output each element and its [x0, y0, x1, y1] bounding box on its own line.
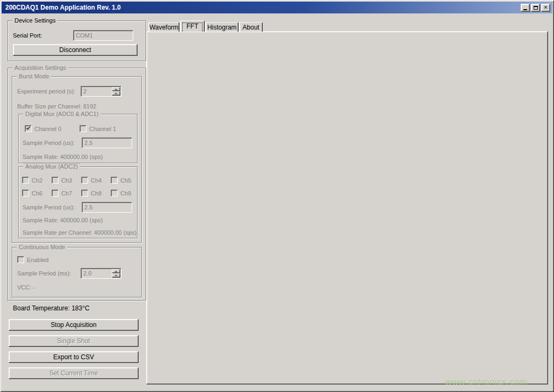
digital-sample-rate-text: Sample Rate: 400000.00 (sps)	[23, 154, 103, 160]
disconnect-button-label: Disconnect	[59, 46, 91, 54]
window-controls: ✕	[521, 4, 550, 12]
channel1-checkbox[interactable]: Channel 1	[80, 125, 116, 132]
minimize-button[interactable]	[521, 4, 530, 12]
tab-waveform[interactable]: Waveform	[148, 22, 179, 32]
ch2-label: Ch2	[32, 177, 42, 184]
arrow-up-icon	[114, 89, 118, 90]
title-bar[interactable]: 200CDAQ1 Demo Application Rev. 1.0 ✕	[2, 2, 552, 13]
analog-mux-title: Analog Mux (ADC2)	[23, 163, 80, 170]
tab-about-label: About	[242, 24, 259, 31]
maximize-icon	[534, 6, 538, 10]
ch5-checkbox[interactable]: Ch5	[111, 177, 131, 184]
ch6-label: Ch6	[32, 190, 42, 197]
arrow-down-icon	[114, 275, 118, 277]
continuous-mode-title: Continuous Mode	[17, 244, 67, 250]
checkbox-box	[81, 190, 88, 197]
tab-fft-label: FFT	[186, 23, 198, 30]
burst-mode-title: Burst Mode	[17, 73, 51, 79]
device-settings-title: Device Settings	[12, 17, 57, 24]
window-title: 200CDAQ1 Demo Application Rev. 1.0	[5, 4, 121, 11]
set-current-time-label: Set Current Time	[49, 369, 98, 377]
acquisition-settings-title: Acquisition Settings	[12, 64, 68, 71]
disconnect-button[interactable]: Disconnect	[13, 44, 138, 56]
ch8-label: Ch8	[91, 190, 102, 197]
continuous-enabled-checkbox[interactable]: Enabled	[17, 256, 48, 263]
tab-about[interactable]: About	[239, 22, 263, 32]
analog-sample-period-label: Sample Period (us):	[23, 204, 75, 210]
stop-acquisition-button[interactable]: Stop Acquisition	[9, 319, 139, 331]
spin-down-button[interactable]	[112, 91, 120, 96]
single-shot-button[interactable]: Single Shot	[9, 335, 139, 347]
ch3-label: Ch3	[61, 177, 72, 184]
digital-sample-period-input[interactable]	[82, 137, 132, 148]
spin-up-button[interactable]	[112, 87, 120, 91]
checkbox-box	[22, 177, 29, 184]
channel1-checkbox-label: Channel 1	[89, 126, 116, 132]
experiment-period-label: Experiment period (s):	[17, 88, 75, 95]
analog-sample-period-input[interactable]	[82, 202, 132, 213]
app-window: 200CDAQ1 Demo Application Rev. 1.0 ✕ Dev…	[0, 0, 554, 392]
arrow-down-icon	[114, 93, 118, 95]
continuous-updown	[112, 269, 120, 278]
ch4-label: Ch4	[91, 177, 102, 184]
maximize-button[interactable]	[531, 4, 540, 12]
board-temperature-text: Board Temperature: 183°C	[13, 304, 90, 312]
ch8-checkbox[interactable]: Ch8	[81, 190, 102, 197]
continuous-enabled-label: Enabled	[27, 257, 48, 263]
check-icon	[26, 126, 31, 130]
channel0-checkbox[interactable]: Channel 0	[25, 125, 61, 132]
analog-sample-rate-text: Sample Rate: 400000.00 (sps)	[23, 217, 103, 223]
checkbox-box	[111, 190, 118, 197]
ch3-checkbox[interactable]: Ch3	[52, 177, 72, 184]
stop-acquisition-label: Stop Acquisition	[51, 321, 96, 329]
checkbox-box	[52, 190, 59, 197]
ch6-checkbox[interactable]: Ch6	[22, 190, 42, 197]
ch9-checkbox[interactable]: Ch9	[111, 190, 131, 197]
export-csv-label: Export to CSV	[53, 353, 94, 361]
spin-up-button[interactable]	[112, 269, 120, 273]
digital-sample-period-label: Sample Period (us):	[23, 140, 75, 146]
continuous-sample-period-spinner[interactable]	[81, 268, 121, 279]
set-current-time-button[interactable]: Set Current Time	[9, 367, 139, 379]
checkbox-box	[22, 190, 29, 197]
continuous-sample-period-label: Sample Period (ms):	[17, 270, 71, 277]
arrow-up-icon	[114, 271, 118, 272]
checkbox-box	[81, 177, 88, 184]
minimize-icon	[523, 9, 527, 10]
ch7-checkbox[interactable]: Ch7	[52, 190, 72, 197]
serial-port-input[interactable]	[73, 30, 133, 41]
serial-port-label: Serial Port:	[13, 32, 42, 39]
checkbox-box	[25, 125, 32, 132]
buffer-size-text: Buffer Size per Channel: 8192	[17, 103, 96, 110]
ch4-checkbox[interactable]: Ch4	[81, 177, 102, 184]
ch9-label: Ch9	[120, 190, 131, 197]
vcc-text: VCC: -	[17, 284, 35, 291]
ch2-checkbox[interactable]: Ch2	[22, 177, 42, 184]
spin-down-button[interactable]	[112, 273, 120, 278]
export-csv-button[interactable]: Export to CSV	[9, 351, 139, 363]
analog-sample-rate-per-channel-text: Sample Rate per Channel: 400000.00 (sps)	[23, 229, 136, 236]
experiment-period-spinner[interactable]	[81, 86, 121, 97]
checkbox-box	[80, 125, 87, 132]
watermark: www.cntronics.com	[445, 377, 528, 388]
tab-fft[interactable]: FFT	[180, 20, 205, 32]
digital-mux-title: Digital Mux (ADC0 & ADC1)	[23, 111, 100, 117]
ch5-label: Ch5	[120, 177, 131, 184]
single-shot-label: Single Shot	[57, 337, 90, 345]
channel0-checkbox-label: Channel 0	[34, 126, 61, 132]
checkbox-box	[111, 177, 118, 184]
experiment-period-updown	[112, 87, 120, 96]
checkbox-box	[52, 177, 59, 184]
close-icon: ✕	[544, 5, 548, 10]
ch7-label: Ch7	[61, 190, 72, 197]
tab-histogram[interactable]: Histogram	[205, 22, 239, 32]
fft-tab-page	[146, 31, 548, 384]
close-button[interactable]: ✕	[541, 4, 550, 12]
tab-waveform-label: Waveform	[149, 24, 178, 31]
checkbox-box	[17, 256, 24, 263]
tab-histogram-label: Histogram	[207, 24, 237, 31]
